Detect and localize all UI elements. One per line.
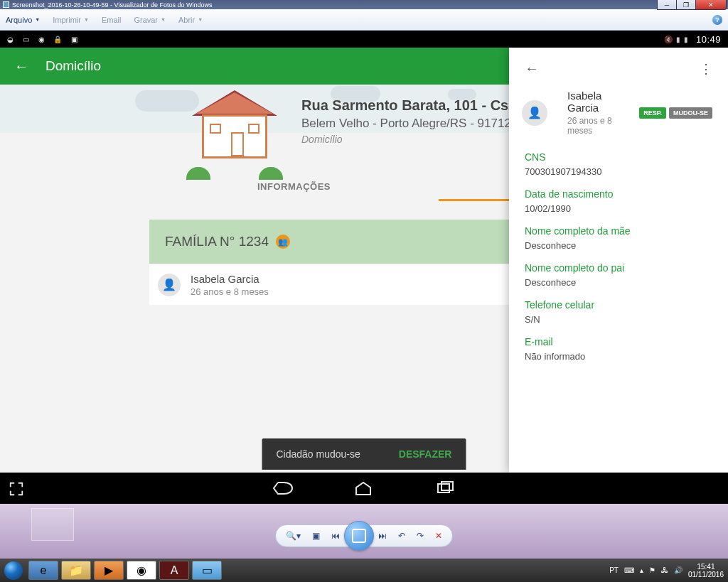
- fit-button[interactable]: ▣: [312, 531, 320, 541]
- menu-gravar[interactable]: Gravar▼: [134, 16, 166, 24]
- address-line1: Rua Sarmento Barata, 101 - Cs 01: [301, 97, 531, 114]
- tray-expand-icon[interactable]: ▴: [640, 566, 643, 574]
- page-title: Domicílio: [46, 58, 101, 74]
- toast: Cidadão mudou-se DESFAZER: [262, 438, 466, 470]
- value-cns: 700301907194330: [525, 166, 712, 177]
- citizen-name: Isabela Garcia: [191, 273, 269, 285]
- tray-keyboard-icon[interactable]: ⌨: [624, 566, 634, 574]
- address-block: Rua Sarmento Barata, 101 - Cs 01 Belem V…: [301, 97, 531, 145]
- tray-network-icon[interactable]: 🖧: [661, 566, 668, 574]
- android-back-button[interactable]: [271, 480, 292, 496]
- android-nav-bar: [0, 473, 728, 504]
- rotate-left-button[interactable]: ↶: [398, 531, 405, 541]
- svg-rect-0: [438, 484, 449, 492]
- taskbar-adobe[interactable]: A: [159, 561, 189, 580]
- family-title: FAMÍLIA N° 1234: [165, 234, 269, 249]
- label-cns: CNS: [525, 151, 712, 163]
- menu-arquivo[interactable]: Arquivo▼: [6, 16, 40, 24]
- tray-flag-icon[interactable]: ⚑: [649, 566, 655, 574]
- window-titlebar: Screenshot_2016-10-26-10-49-59 - Visuali…: [0, 0, 728, 9]
- prev-button[interactable]: ⏮: [331, 531, 340, 541]
- toast-text: Cidadão mudou-se: [277, 448, 360, 460]
- value-email: Não informado: [525, 351, 712, 362]
- next-button[interactable]: ⏭: [378, 531, 387, 541]
- signal-icon: ▮: [676, 36, 680, 43]
- taskbar-photoviewer[interactable]: ▭: [192, 561, 222, 580]
- drawer-more-icon[interactable]: ⋮: [700, 61, 712, 77]
- mute-icon: 🔇: [664, 36, 673, 43]
- tray-lang[interactable]: PT: [609, 566, 619, 574]
- tray-clock[interactable]: 15:41 01/11/2016: [688, 563, 724, 578]
- toast-undo-button[interactable]: DESFAZER: [399, 448, 452, 460]
- lock-icon: 🔒: [53, 36, 62, 43]
- label-pai: Nome completo do pai: [525, 262, 712, 274]
- maximize-button[interactable]: ❐: [676, 0, 696, 10]
- label-dob: Data de nascimento: [525, 188, 712, 200]
- detail-drawer: ← ⋮ 👤 Isabela Garcia 26 anos e 8 meses R…: [509, 48, 728, 473]
- label-mae: Nome completo da mãe: [525, 225, 712, 237]
- eye-icon: ◉: [38, 36, 45, 43]
- label-tel: Telefone celular: [525, 299, 712, 311]
- avatar-icon: 👤: [158, 274, 181, 296]
- family-badge-icon: 👥: [276, 235, 290, 249]
- system-tray: PT ⌨ ▴ ⚑ 🖧 🔊 15:41 01/11/2016: [609, 563, 724, 578]
- tag-mudou: MUDOU-SE: [669, 107, 712, 119]
- value-mae: Desconhece: [525, 240, 712, 251]
- photo-viewer-canvas: ◒ ▭ ◉ 🔒 ▣ 🔇 ▮ ▮ 10:49 ← Domicílio: [0, 31, 728, 504]
- android-home-button[interactable]: [353, 480, 375, 496]
- tab-informacoes[interactable]: INFORMAÇÕES: [149, 173, 439, 201]
- status-right-icons: 🔇 ▮ ▮: [664, 36, 688, 43]
- notification-icon: ◒: [7, 36, 14, 43]
- address-type: Domicílio: [301, 134, 531, 145]
- status-time: 10:49: [696, 34, 721, 45]
- menu-bar: Arquivo▼ Imprimir▼ Email Gravar▼ Abrir▼ …: [0, 9, 728, 31]
- menu-email[interactable]: Email: [102, 16, 122, 24]
- citizen-info: Isabela Garcia 26 anos e 8 meses: [191, 273, 269, 297]
- slideshow-button[interactable]: [344, 521, 374, 551]
- taskbar-ie[interactable]: e: [28, 561, 58, 580]
- windows-taskbar: e 📁 ▶ ◉ A ▭ PT ⌨ ▴ ⚑ 🖧 🔊 15:41 01/11/201…: [0, 559, 728, 582]
- start-button[interactable]: [0, 559, 27, 582]
- help-button[interactable]: ?: [712, 15, 722, 25]
- drawer-tags: RESP. MUDOU-SE: [639, 107, 712, 119]
- house-icon: [192, 90, 277, 176]
- battery-icon: ▮: [684, 36, 688, 43]
- minimize-button[interactable]: ─: [657, 0, 677, 10]
- value-pai: Desconhece: [525, 277, 712, 288]
- taskbar-chrome[interactable]: ◉: [127, 561, 156, 580]
- drawer-back-icon[interactable]: ←: [525, 60, 539, 77]
- citizen-age: 26 anos e 8 meses: [191, 286, 269, 297]
- android-recents-button[interactable]: [436, 480, 457, 496]
- label-email: E-mail: [525, 336, 712, 347]
- window-title: Screenshot_2016-10-26-10-49-59 - Visuali…: [12, 1, 213, 9]
- tray-volume-icon[interactable]: 🔊: [674, 566, 682, 574]
- menu-imprimir[interactable]: Imprimir▼: [53, 16, 89, 24]
- app-icon: [3, 1, 9, 8]
- toolbar-pill: 🔍▾ ▣ ⏮ ⏭ ↶ ↷ ✕: [275, 524, 453, 547]
- rotate-right-button[interactable]: ↷: [417, 531, 424, 541]
- value-dob: 10/02/1990: [525, 203, 712, 214]
- tag-resp: RESP.: [639, 107, 666, 119]
- zoom-button[interactable]: 🔍▾: [286, 531, 301, 541]
- taskbar-media[interactable]: ▶: [94, 561, 124, 580]
- status-left-icons: ◒ ▭ ◉ 🔒 ▣: [7, 36, 85, 43]
- drawer-name: Isabela Garcia: [567, 90, 629, 114]
- image-icon: ▭: [23, 36, 29, 43]
- back-arrow-icon[interactable]: ←: [14, 58, 28, 75]
- drawer-age: 26 anos e 8 meses: [567, 116, 629, 136]
- briefcase-icon: ▣: [71, 36, 77, 43]
- taskbar-explorer[interactable]: 📁: [61, 561, 91, 580]
- address-line2: Belem Velho - Porto Alegre/RS - 91712300: [301, 117, 531, 131]
- close-button[interactable]: ✕: [695, 0, 727, 10]
- cloud-icon: [135, 90, 199, 112]
- avatar-icon: 👤: [522, 100, 547, 126]
- photo-viewer-toolbar: 🔍▾ ▣ ⏮ ⏭ ↶ ↷ ✕: [0, 514, 728, 558]
- drawer-header: 👤 Isabela Garcia 26 anos e 8 meses RESP.…: [522, 90, 712, 136]
- menu-abrir[interactable]: Abrir▼: [178, 16, 203, 24]
- android-status-bar: ◒ ▭ ◉ 🔒 ▣ 🔇 ▮ ▮ 10:49: [0, 31, 728, 48]
- window-controls: ─ ❐ ✕: [658, 0, 727, 10]
- svg-rect-1: [441, 482, 453, 490]
- fullscreen-icon[interactable]: [9, 481, 24, 497]
- delete-button[interactable]: ✕: [435, 531, 442, 541]
- value-tel: S/N: [525, 314, 712, 325]
